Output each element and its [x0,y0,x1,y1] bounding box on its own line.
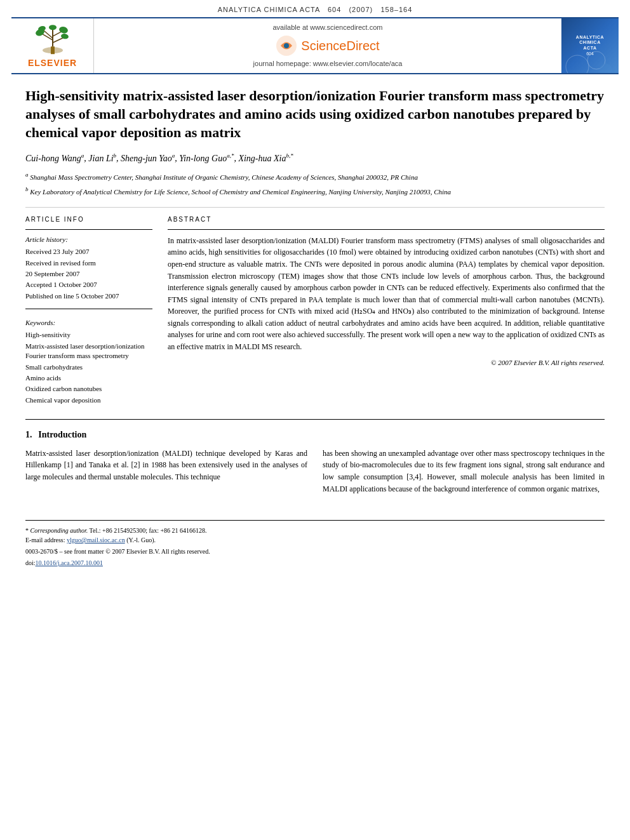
sciencedirect-logo: ScienceDirect [276,35,379,57]
center-branding: available at www.sciencedirect.com Scien… [94,18,561,73]
abstract-header: ABSTRACT [168,215,605,224]
author-5: Xing-hua Xiab,* [238,154,293,163]
info-divider [25,229,152,230]
sciencedirect-icon [276,35,297,57]
corresponding-contact: Tel.: +86 2154925300; fax: +86 21 641661… [90,527,207,534]
keywords-label: Keywords: [25,318,152,328]
aca-cover-vol: 604 [586,51,594,57]
accepted-date: Accepted 1 October 2007 [25,280,152,290]
copyright-line: © 2007 Elsevier B.V. All rights reserved… [168,358,605,368]
journal-year: 2007 [352,6,370,13]
article-info-header: ARTICLE INFO [25,215,152,224]
author-1: Cui-hong Wanga [25,154,84,163]
email-label: E-mail address: [25,537,67,543]
abstract-col: ABSTRACT In matrix-assisted laser desorp… [168,215,605,406]
page-wrapper: ANALYTICA CHIMICA ACTA 604 (2007) 158–16… [0,0,630,568]
article-title: High-sensitivity matrix-assisted laser d… [25,87,605,142]
author-4: Yin-long Guoa,* [179,154,234,163]
intro-title: Introduction [38,430,86,439]
author-3: Sheng-jun Yaoa [121,154,175,163]
sd-science: Science [301,39,346,53]
article-info-col: ARTICLE INFO Article history: Received 2… [25,215,152,406]
doi-footnote: doi:10.1016/j.aca.2007.10.001 [25,558,605,568]
available-text: available at www.sciencedirect.com [272,23,382,32]
elsevier-tree-icon [30,22,75,55]
keyword-5: Oxidized carbon nanotubes [25,384,152,394]
corresponding-label: * Corresponding author. [25,527,88,534]
section-number: 1. [25,430,32,439]
svg-point-16 [600,63,612,73]
keyword-4: Amino acids [25,373,152,383]
affiliations: a Shanghai Mass Spectrometry Center, Sha… [25,171,605,196]
abstract-text: In matrix-assisted laser desorption/ioni… [168,235,605,353]
intro-heading: 1. Introduction [25,429,605,441]
intro-two-col: Matrix-assisted laser desorption/ionizat… [25,448,605,495]
affil-b: b Key Laboratory of Analytical Chemistry… [25,185,605,197]
published-date: Published on line 5 October 2007 [25,291,152,301]
keyword-3: Small carbohydrates [25,363,152,372]
svg-line-4 [53,38,64,43]
keyword-6: Chemical vapor deposition [25,396,152,405]
email-link[interactable]: ylguo@mail.sioc.ac.cn [67,537,125,543]
intro-right-text: has been showing an unexampled advantage… [323,448,605,495]
journal-pages: 158–164 [380,6,412,13]
abstract-divider [168,229,605,230]
aca-cover: ANALYTICACHIMICAACTA 604 [561,18,619,73]
affil-a: a Shanghai Mass Spectrometry Center, Sha… [25,171,605,182]
journal-header: ANALYTICA CHIMICA ACTA 604 (2007) 158–16… [0,0,630,17]
divider-1 [25,207,605,208]
issn-footnote: 0003-2670/$ – see front matter © 2007 El… [25,547,605,556]
keyword-2: Matrix-assisted laser desorption/ionizat… [25,342,152,361]
article-content: High-sensitivity matrix-assisted laser d… [0,74,630,507]
intro-left-text: Matrix-assisted laser desorption/ionizat… [25,448,307,495]
journal-name: ANALYTICA CHIMICA ACTA [218,6,320,13]
svg-point-11 [43,48,63,54]
sd-direct: Direct [346,39,379,53]
elsevier-logo: ELSEVIER [11,18,94,73]
keyword-1: High-sensitivity [25,330,152,340]
elsevier-wordmark: ELSEVIER [28,57,77,70]
author-2: Jian Lib [88,154,116,163]
introduction-section: 1. Introduction Matrix-assisted laser de… [25,419,605,495]
keywords-divider [25,309,152,309]
article-meta-section: ARTICLE INFO Article history: Received 2… [25,215,605,406]
authors-line: Cui-hong Wanga, Jian Lib, Sheng-jun Yaoa… [25,152,605,164]
revised-label: Received in revised form [25,258,152,268]
svg-point-13 [284,43,289,48]
journal-homepage: journal homepage: www.elsevier.com/locat… [253,59,403,69]
aca-cover-title: ANALYTICACHIMICAACTA [576,35,604,51]
journal-volume: 604 [328,6,341,13]
corresponding-footnote: * Corresponding author. Tel.: +86 215492… [25,526,605,545]
keywords-section: Keywords: High-sensitivity Matrix-assist… [25,318,152,405]
sciencedirect-text: ScienceDirect [301,37,379,55]
history-label: Article history: [25,235,152,244]
received-date: Received 23 July 2007 [25,247,152,257]
doi-link[interactable]: 10.1016/j.aca.2007.10.001 [36,559,103,566]
footnotes: * Corresponding author. Tel.: +86 215492… [25,520,605,568]
revised-date: 20 September 2007 [25,269,152,279]
branding-bar: ELSEVIER available at www.sciencedirect.… [11,17,619,74]
email-name: (Y.-l. Guo). [126,537,156,543]
svg-point-14 [566,55,589,73]
svg-point-10 [49,25,57,30]
